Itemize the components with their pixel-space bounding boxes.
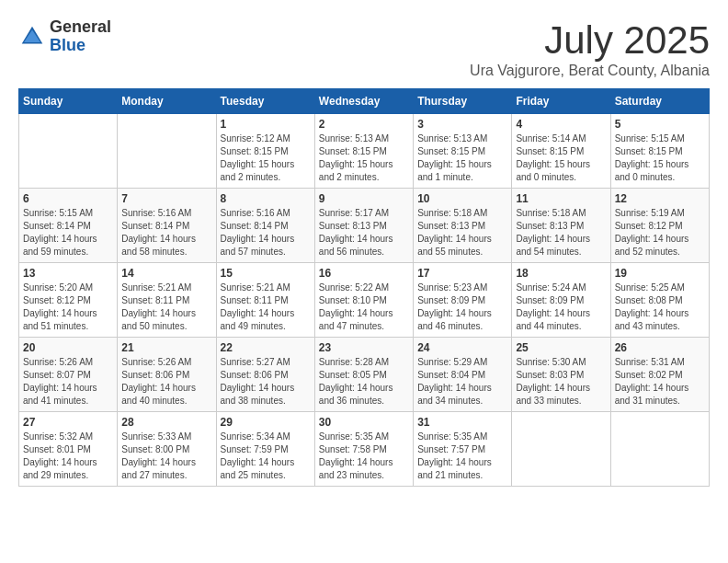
week-row-4: 20Sunrise: 5:26 AMSunset: 8:07 PMDayligh… [19,338,710,412]
day-cell: 23Sunrise: 5:28 AMSunset: 8:05 PMDayligh… [314,338,413,412]
week-row-2: 6Sunrise: 5:15 AMSunset: 8:14 PMDaylight… [19,189,710,263]
day-detail: Daylight: 14 hours and 40 minutes. [121,382,211,408]
day-number: 7 [121,192,211,205]
day-cell: 13Sunrise: 5:20 AMSunset: 8:12 PMDayligh… [19,263,118,338]
day-number: 10 [417,192,507,205]
day-cell: 28Sunrise: 5:33 AMSunset: 8:00 PMDayligh… [118,412,216,487]
day-number: 8 [221,192,311,205]
day-cell: 25Sunrise: 5:30 AMSunset: 8:03 PMDayligh… [512,338,610,412]
day-detail: Sunset: 8:09 PM [516,294,606,307]
day-detail: Sunset: 8:14 PM [23,220,113,233]
day-detail: Sunset: 8:14 PM [221,220,311,233]
day-detail: Daylight: 14 hours and 21 minutes. [417,456,507,482]
day-detail: Sunrise: 5:23 AM [417,282,507,294]
day-number: 28 [121,416,211,429]
day-cell: 27Sunrise: 5:32 AMSunset: 8:01 PMDayligh… [19,412,118,487]
day-detail: Sunrise: 5:30 AM [516,356,606,369]
day-number: 21 [121,341,211,354]
day-number: 22 [221,341,311,354]
day-cell: 9Sunrise: 5:17 AMSunset: 8:13 PMDaylight… [314,189,413,263]
day-detail: Sunrise: 5:13 AM [319,132,409,145]
day-detail: Sunset: 8:12 PM [23,294,113,307]
day-detail: Daylight: 14 hours and 46 minutes. [417,307,507,333]
day-detail: Sunset: 8:15 PM [417,145,507,158]
day-detail: Sunset: 8:12 PM [615,220,705,233]
day-cell: 18Sunrise: 5:24 AMSunset: 8:09 PMDayligh… [512,263,610,338]
day-detail: Daylight: 14 hours and 55 minutes. [417,233,507,259]
day-number: 30 [319,416,409,429]
day-detail: Sunset: 7:59 PM [221,443,311,456]
day-detail: Daylight: 14 hours and 54 minutes. [516,233,606,259]
day-detail: Sunset: 8:04 PM [417,369,507,382]
day-detail: Sunset: 7:57 PM [417,443,507,456]
day-cell: 29Sunrise: 5:34 AMSunset: 7:59 PMDayligh… [216,412,314,487]
day-number: 14 [121,267,211,280]
location-title: Ura Vajgurore, Berat County, Albania [470,63,710,79]
weekday-header-tuesday: Tuesday [216,89,314,114]
day-detail: Sunrise: 5:27 AM [221,356,311,369]
day-number: 4 [516,118,606,131]
weekday-header-friday: Friday [512,89,610,114]
day-cell: 19Sunrise: 5:25 AMSunset: 8:08 PMDayligh… [610,263,709,338]
day-detail: Daylight: 14 hours and 34 minutes. [417,382,507,408]
day-detail: Daylight: 14 hours and 29 minutes. [23,456,113,482]
day-detail: Sunrise: 5:35 AM [319,431,409,443]
day-detail: Daylight: 14 hours and 49 minutes. [221,307,311,333]
day-cell: 1Sunrise: 5:12 AMSunset: 8:15 PMDaylight… [216,114,314,189]
day-detail: Daylight: 15 hours and 2 minutes. [319,158,409,184]
day-detail: Sunset: 8:03 PM [516,369,606,382]
day-detail: Sunrise: 5:33 AM [121,431,211,443]
day-detail: Sunrise: 5:35 AM [417,431,507,443]
day-number: 5 [615,118,705,131]
day-detail: Sunrise: 5:26 AM [121,356,211,369]
day-number: 19 [615,267,705,280]
day-cell: 10Sunrise: 5:18 AMSunset: 8:13 PMDayligh… [414,189,512,263]
weekday-header-wednesday: Wednesday [314,89,413,114]
day-detail: Sunset: 8:07 PM [23,369,113,382]
day-detail: Daylight: 14 hours and 47 minutes. [319,307,409,333]
day-cell: 5Sunrise: 5:15 AMSunset: 8:15 PMDaylight… [610,114,709,189]
day-detail: Sunset: 8:15 PM [516,145,606,158]
day-number: 15 [221,267,311,280]
day-detail: Sunset: 8:08 PM [615,294,705,307]
logo-icon [18,23,46,51]
day-detail: Sunset: 8:15 PM [615,145,705,158]
day-detail: Sunset: 8:09 PM [417,294,507,307]
day-detail: Daylight: 15 hours and 1 minute. [417,158,507,184]
day-detail: Sunset: 8:01 PM [23,443,113,456]
day-cell: 20Sunrise: 5:26 AMSunset: 8:07 PMDayligh… [19,338,118,412]
day-detail: Sunrise: 5:32 AM [23,431,113,443]
day-number: 2 [319,118,409,131]
day-detail: Sunrise: 5:13 AM [417,132,507,145]
day-cell: 11Sunrise: 5:18 AMSunset: 8:13 PMDayligh… [512,189,610,263]
day-detail: Daylight: 14 hours and 25 minutes. [221,456,311,482]
day-detail: Daylight: 14 hours and 56 minutes. [319,233,409,259]
day-detail: Sunrise: 5:18 AM [417,207,507,220]
logo-general: General [50,18,111,37]
day-detail: Sunset: 8:05 PM [319,369,409,382]
day-number: 12 [615,192,705,205]
day-detail: Daylight: 15 hours and 2 minutes. [221,158,311,184]
day-number: 24 [417,341,507,354]
day-detail: Daylight: 14 hours and 59 minutes. [23,233,113,259]
day-detail: Daylight: 15 hours and 0 minutes. [615,158,705,184]
logo: General Blue [18,18,111,55]
day-cell [512,412,610,487]
day-cell: 17Sunrise: 5:23 AMSunset: 8:09 PMDayligh… [414,263,512,338]
week-row-3: 13Sunrise: 5:20 AMSunset: 8:12 PMDayligh… [19,263,710,338]
day-detail: Sunrise: 5:29 AM [417,356,507,369]
weekday-header-monday: Monday [118,89,216,114]
day-cell: 6Sunrise: 5:15 AMSunset: 8:14 PMDaylight… [19,189,118,263]
day-number: 17 [417,267,507,280]
day-detail: Sunrise: 5:16 AM [121,207,211,220]
day-detail: Sunrise: 5:14 AM [516,132,606,145]
day-cell: 4Sunrise: 5:14 AMSunset: 8:15 PMDaylight… [512,114,610,189]
day-number: 29 [221,416,311,429]
day-number: 9 [319,192,409,205]
day-detail: Sunset: 8:13 PM [319,220,409,233]
day-cell: 16Sunrise: 5:22 AMSunset: 8:10 PMDayligh… [314,263,413,338]
day-cell [610,412,709,487]
weekday-header-saturday: Saturday [610,89,709,114]
weekday-header-thursday: Thursday [414,89,512,114]
day-number: 16 [319,267,409,280]
